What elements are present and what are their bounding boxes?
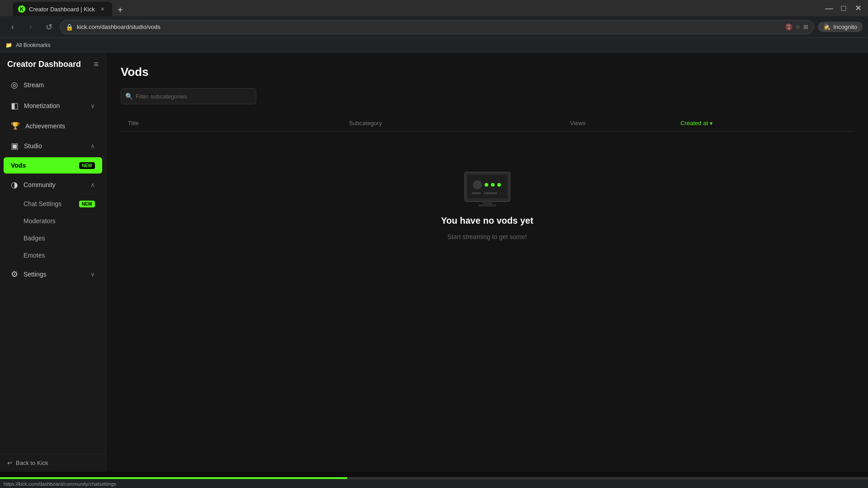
window-action-buttons[interactable]: — □ ✕ (823, 2, 864, 14)
settings-icon: ⚙ (11, 269, 18, 279)
toolbar-right: 🕵 Incognito (818, 22, 863, 32)
app-layout: Creator Dashboard ≡ ◎ Stream ◧ Monetizat… (0, 52, 868, 472)
empty-primary-text: You have no vods yet (441, 216, 533, 226)
achievements-label: Achievements (25, 122, 95, 130)
sidebar-item-achievements[interactable]: 🏆 Achievements (4, 117, 102, 135)
sidebar-item-badges[interactable]: Badges (4, 230, 102, 246)
studio-arrow: ∧ (90, 142, 95, 150)
monetization-arrow: ∨ (90, 102, 95, 109)
sidebar-section-studio[interactable]: ▣ Studio ∧ (4, 136, 102, 155)
camera-icon: 📵 (785, 23, 793, 30)
monetization-icon: ◧ (11, 101, 19, 111)
incognito-label: Incognito (833, 23, 857, 30)
lock-icon: 🔒 (66, 23, 73, 31)
tab-favicon: K (18, 5, 25, 13)
tab-title: Creator Dashboard | Kick (29, 6, 95, 13)
achievements-icon: 🏆 (11, 122, 20, 130)
svg-rect-2 (483, 202, 492, 204)
empty-secondary-text: Start streaming to get some! (448, 233, 527, 240)
search-wrapper: 🔍 (121, 88, 256, 104)
browser-titlebar: K Creator Dashboard | Kick × + — □ ✕ (0, 0, 868, 16)
device-icon[interactable]: ⊞ (803, 23, 808, 30)
studio-icon: ▣ (11, 141, 19, 151)
back-to-kick-link[interactable]: ↩ Back to Kick (0, 454, 106, 472)
community-icon: ◑ (11, 180, 18, 190)
stream-icon: ◎ (11, 80, 18, 90)
sidebar-section-settings[interactable]: ⚙ Settings ∨ (4, 265, 102, 284)
sidebar-item-monetization[interactable]: ◧ Monetization ∨ (4, 96, 102, 115)
sidebar-item-moderators[interactable]: Moderators (4, 213, 102, 229)
sidebar-item-vods[interactable]: Vods NEW (4, 157, 102, 174)
search-icon: 🔍 (125, 93, 133, 100)
settings-arrow: ∨ (90, 271, 95, 278)
page-title: Vods (121, 65, 854, 79)
sidebar-item-chat-settings[interactable]: Chat Settings NEW (4, 196, 102, 212)
address-bar-icons: 📵 ☆ ⊞ (785, 23, 808, 30)
tab-close-button[interactable]: × (99, 5, 107, 13)
svg-point-5 (485, 183, 488, 187)
chat-settings-label: Chat Settings (24, 200, 61, 207)
svg-rect-9 (484, 192, 497, 194)
col-title: Title (128, 120, 349, 127)
filter-bar: 🔍 (121, 88, 854, 104)
vods-new-badge: NEW (79, 162, 95, 169)
reload-button[interactable]: ↺ (42, 20, 56, 34)
incognito-icon: 🕵 (823, 23, 830, 30)
svg-rect-3 (478, 204, 496, 206)
col-subcategory: Subcategory (349, 120, 570, 127)
svg-point-6 (491, 183, 495, 187)
sidebar-collapse-button[interactable]: ≡ (94, 60, 99, 69)
empty-illustration (460, 168, 514, 208)
address-bar[interactable]: 🔒 kick.com/dashboard/studio/vods 📵 ☆ ⊞ (60, 20, 814, 34)
monetization-label: Monetization (24, 102, 85, 109)
stream-label: Stream (24, 81, 95, 89)
bookmarks-bar: 📁 All Bookmarks (0, 38, 868, 52)
svg-point-7 (497, 183, 501, 187)
active-tab[interactable]: K Creator Dashboard | Kick × (13, 2, 112, 16)
close-button[interactable]: ✕ (852, 2, 864, 14)
tab-bar: K Creator Dashboard | Kick × + (9, 0, 821, 16)
community-arrow: ∧ (90, 181, 95, 188)
status-url: https://kick.com/dashboard/community/cha… (4, 481, 116, 487)
sidebar: Creator Dashboard ≡ ◎ Stream ◧ Monetizat… (0, 52, 106, 472)
bookmarks-label: All Bookmarks (16, 42, 51, 48)
bookmarks-folder-icon: 📁 (5, 42, 12, 48)
filter-input[interactable] (121, 88, 256, 104)
back-button[interactable]: ‹ (5, 20, 20, 34)
status-bar: https://kick.com/dashboard/community/cha… (0, 479, 868, 488)
emotes-label: Emotes (24, 252, 45, 259)
community-label: Community (24, 181, 85, 188)
vods-label: Vods (11, 162, 74, 169)
table-header: Title Subcategory Views Created at ▾ (121, 115, 854, 131)
incognito-button[interactable]: 🕵 Incognito (818, 22, 863, 32)
sidebar-item-emotes[interactable]: Emotes (4, 247, 102, 263)
empty-state: You have no vods yet Start streaming to … (121, 131, 854, 277)
settings-label: Settings (24, 271, 85, 278)
sidebar-item-stream[interactable]: ◎ Stream (4, 75, 102, 94)
col-views: Views (570, 120, 680, 127)
col-created-label: Created at (680, 120, 708, 127)
main-content: Vods 🔍 Title Subcategory Views Created a… (106, 52, 868, 472)
sidebar-section-community[interactable]: ◑ Community ∧ (4, 175, 102, 194)
browser-toolbar: ‹ › ↺ 🔒 kick.com/dashboard/studio/vods 📵… (0, 16, 868, 38)
chat-settings-badge: NEW (79, 201, 95, 207)
svg-rect-8 (472, 192, 481, 194)
star-icon[interactable]: ☆ (795, 23, 801, 30)
maximize-button[interactable]: □ (837, 2, 850, 14)
minimize-button[interactable]: — (823, 2, 835, 14)
studio-label: Studio (24, 142, 85, 150)
svg-point-4 (473, 180, 482, 189)
forward-button[interactable]: › (24, 20, 38, 34)
sort-arrow-icon: ▾ (710, 120, 712, 127)
sidebar-title: Creator Dashboard (7, 60, 81, 69)
back-to-kick-label: Back to Kick (16, 460, 48, 466)
back-icon: ↩ (7, 460, 12, 466)
new-tab-button[interactable]: + (114, 4, 127, 16)
sidebar-header: Creator Dashboard ≡ (0, 52, 106, 75)
col-created-at[interactable]: Created at ▾ (680, 120, 846, 127)
badges-label: Badges (24, 235, 45, 242)
address-text: kick.com/dashboard/studio/vods (77, 23, 782, 30)
moderators-label: Moderators (24, 217, 56, 225)
